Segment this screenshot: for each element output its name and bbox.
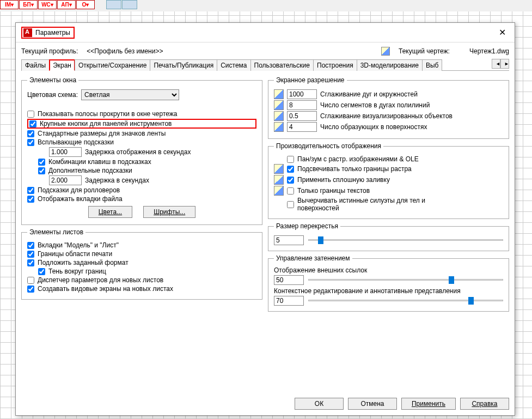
ext-tips-delay-input[interactable] — [49, 175, 82, 185]
solid-fill-checkbox[interactable] — [287, 177, 294, 184]
tooltip-delay-label: Задержка отображения в секундах — [85, 148, 191, 156]
ext-tips-checkbox[interactable] — [38, 167, 45, 174]
solid-fill-label: Применить сплошную заливку — [297, 176, 390, 184]
text-bounds-checkbox[interactable] — [287, 187, 294, 195]
crosshair-legend: Размер перекрестья — [274, 222, 340, 230]
dwg-icon — [274, 175, 284, 185]
panzoom-checkbox[interactable] — [287, 156, 294, 163]
tooltips-label: Всплывающие подсказки — [38, 138, 114, 146]
std-sizes-label: Стандартные размеры для значков ленты — [38, 130, 166, 137]
model-tabs-checkbox[interactable] — [27, 242, 34, 249]
resolution-legend: Экранное разрешение — [274, 76, 347, 84]
crosshair-slider[interactable] — [308, 235, 503, 245]
scrollbars-label: Показывать полосы прокрутки в окне черте… — [38, 110, 178, 118]
tab-open-save[interactable]: Открытие/Сохранение — [75, 59, 150, 71]
fade-legend: Управление затенением — [274, 254, 352, 262]
dialog-buttons: ОК Отмена Применить Справка — [16, 392, 515, 415]
tooltips-checkbox[interactable] — [27, 139, 34, 146]
surf-contour-label: Число образующих в поверхностях — [320, 123, 427, 131]
large-buttons-label: Крупные кнопки для панелей инструментов — [40, 120, 172, 127]
performance-legend: Производительность отображения — [274, 142, 383, 150]
help-button[interactable]: Справка — [460, 398, 509, 410]
cancel-button[interactable]: Отмена — [348, 398, 397, 410]
tab-user[interactable]: Пользовательские — [250, 59, 314, 71]
rollover-label: Подсказки для ролловеров — [38, 186, 120, 194]
crosshair-group: Размер перекрестья — [268, 222, 509, 251]
render-smooth-label: Сглаживание визуализированных объектов — [320, 112, 452, 120]
file-tabs-label: Отображать вкладки файла — [38, 195, 123, 203]
raster-bounds-label: Подсвечивать только границы растра — [297, 165, 412, 173]
drawing-label: Текущий чертеж: — [399, 47, 450, 55]
rollover-checkbox[interactable] — [27, 187, 34, 194]
silhouettes-label: Вычерчивать истинные силуэты для тел и п… — [297, 197, 461, 212]
tab-system[interactable]: Система — [217, 59, 250, 71]
print-bounds-label: Границы области печати — [38, 250, 112, 258]
profile-value: <<Профиль без имени>> — [87, 47, 163, 55]
xref-fade-input[interactable] — [274, 275, 304, 285]
large-buttons-checkbox[interactable] — [29, 120, 36, 127]
crosshair-input[interactable] — [274, 235, 304, 245]
ok-button[interactable]: ОК — [295, 398, 344, 410]
shortcuts-label: Комбинации клавиш в подсказках — [48, 158, 151, 166]
text-bounds-label: Только границы текстов — [297, 187, 370, 195]
large-buttons-highlight: Крупные кнопки для панелей инструментов — [27, 119, 256, 129]
window-elements-legend: Элементы окна — [27, 76, 78, 84]
dispatcher-label: Диспетчер параметров для новых листов — [38, 276, 163, 284]
color-scheme-select[interactable]: Светлая — [81, 89, 179, 100]
apply-button[interactable]: Применить — [401, 398, 456, 410]
dwg-icon — [274, 164, 284, 174]
dwg-icon — [274, 186, 284, 196]
titlebar: Параметры ✕ — [16, 23, 515, 42]
options-dialog: Параметры ✕ Текущий профиль: <<Профиль б… — [15, 22, 515, 416]
paper-format-checkbox[interactable] — [27, 259, 34, 266]
edit-fade-input[interactable] — [274, 296, 304, 306]
tab-scroll-left[interactable]: ◄ — [492, 59, 500, 69]
tab-3d[interactable]: 3D-моделирование — [357, 59, 423, 71]
tab-selection[interactable]: Выб — [422, 59, 443, 71]
tab-plot[interactable]: Печать/Публикация — [150, 59, 217, 71]
paper-format-label: Подложить заданный формат — [38, 259, 129, 266]
window-elements-group: Элементы окна Цветовая схема: Светлая По… — [21, 76, 262, 225]
xref-fade-slider[interactable] — [308, 275, 503, 285]
fonts-button[interactable]: Шрифты... — [143, 206, 195, 218]
profile-label: Текущий профиль: — [21, 47, 78, 55]
tab-display[interactable]: Экран — [49, 59, 75, 71]
silhouettes-checkbox[interactable] — [287, 201, 294, 208]
dwg-icon — [274, 89, 284, 99]
edit-fade-label: Контекстное редактирование и аннотативны… — [274, 287, 503, 295]
tab-files[interactable]: Файлы — [21, 59, 50, 71]
ext-tips-delay-label: Задержка в секундах — [85, 177, 149, 184]
model-tabs-label: Вкладки "Модель" и "Лист" — [38, 241, 119, 249]
panzoom-label: Пан/зум с растр. изображениями & OLE — [297, 155, 419, 163]
viewports-checkbox[interactable] — [27, 286, 34, 293]
profile-row: Текущий профиль: <<Профиль без имени>> Т… — [21, 46, 509, 59]
render-smooth-input[interactable] — [287, 111, 317, 121]
viewports-label: Создавать видовые экраны на новых листах — [38, 285, 173, 293]
dialog-title: Параметры — [35, 29, 70, 37]
background-toolbar: IM▾БП▾WC▾АП▾О▾ — [0, 0, 532, 11]
colors-button[interactable]: Цвета... — [88, 206, 132, 218]
close-button[interactable]: ✕ — [496, 26, 509, 39]
file-tabs-checkbox[interactable] — [27, 196, 34, 203]
std-sizes-checkbox[interactable] — [27, 130, 34, 137]
shortcuts-checkbox[interactable] — [38, 159, 45, 166]
poly-seg-input[interactable] — [287, 100, 317, 110]
scrollbars-checkbox[interactable] — [27, 111, 34, 118]
tooltip-delay-input[interactable] — [49, 147, 82, 157]
shadow-checkbox[interactable] — [38, 268, 45, 275]
print-bounds-checkbox[interactable] — [27, 251, 34, 258]
tab-drafting[interactable]: Построения — [313, 59, 357, 71]
resolution-group: Экранное разрешение Сглаживание дуг и ок… — [268, 76, 509, 139]
tab-bar: Файлы Экран Открытие/Сохранение Печать/П… — [21, 59, 509, 71]
dispatcher-checkbox[interactable] — [27, 277, 34, 284]
raster-bounds-checkbox[interactable] — [287, 166, 294, 173]
title-highlight: Параметры — [21, 27, 75, 39]
edit-fade-slider[interactable] — [308, 296, 503, 306]
arc-smooth-input[interactable] — [287, 89, 317, 99]
color-scheme-label: Цветовая схема: — [27, 91, 78, 99]
surf-contour-input[interactable] — [287, 122, 317, 132]
tab-scroll-right[interactable]: ► — [500, 59, 509, 69]
layout-elements-group: Элементы листов Вкладки "Модель" и "Лист… — [21, 228, 262, 300]
ext-tips-label: Дополнительные подсказки — [48, 167, 132, 174]
drawing-icon — [381, 47, 390, 56]
